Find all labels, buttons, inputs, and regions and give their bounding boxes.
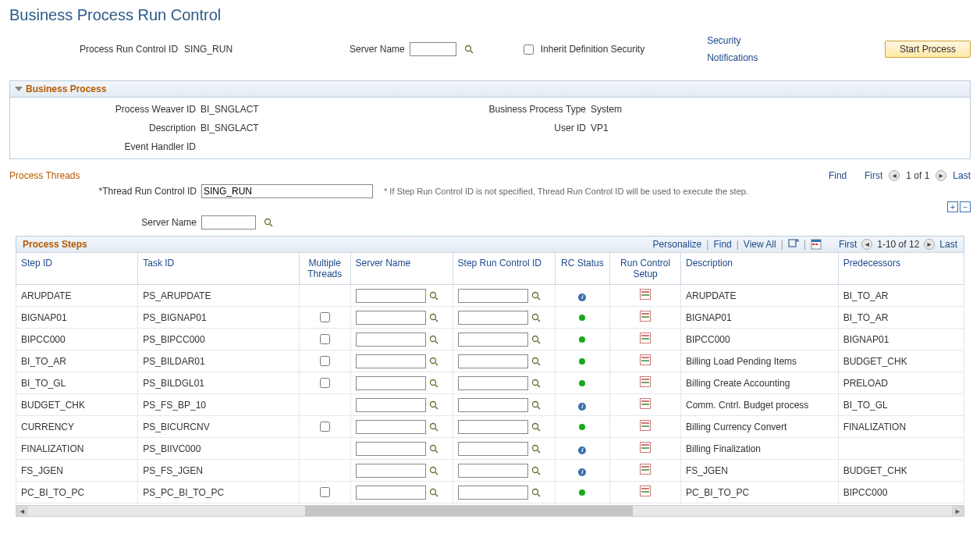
server-input[interactable]	[356, 311, 426, 325]
ok-status-icon[interactable]	[579, 336, 585, 343]
run-control-setup-icon[interactable]	[640, 442, 651, 453]
add-row-button[interactable]: +	[947, 201, 958, 212]
lookup-icon[interactable]	[429, 444, 439, 454]
step-rcid-input[interactable]	[458, 376, 528, 390]
run-control-setup-icon[interactable]	[640, 333, 651, 343]
run-control-setup-icon[interactable]	[640, 354, 651, 365]
lookup-icon[interactable]	[429, 291, 439, 301]
notifications-link[interactable]: Notifications	[707, 52, 758, 63]
server-input[interactable]	[356, 486, 426, 500]
step-rcid-input[interactable]	[458, 333, 528, 347]
scroll-thumb[interactable]	[305, 506, 633, 516]
server-input[interactable]	[356, 398, 426, 412]
ok-status-icon[interactable]	[579, 358, 585, 365]
info-status-icon[interactable]: i	[578, 468, 586, 476]
lookup-icon[interactable]	[429, 379, 439, 388]
lookup-icon[interactable]	[531, 422, 541, 432]
col-multiple-threads[interactable]: Multiple Threads	[299, 253, 350, 285]
info-status-icon[interactable]: i	[578, 446, 586, 454]
scroll-left-icon[interactable]: ◄	[16, 506, 28, 516]
server-input[interactable]	[356, 289, 426, 303]
run-control-setup-icon[interactable]	[640, 420, 651, 431]
lookup-icon[interactable]	[531, 400, 541, 410]
security-link[interactable]: Security	[707, 35, 758, 46]
step-rcid-input[interactable]	[458, 464, 528, 478]
server-input[interactable]	[356, 464, 426, 478]
col-description[interactable]: Description	[680, 253, 838, 285]
multiple-threads-checkbox[interactable]	[320, 312, 330, 322]
download-icon[interactable]	[811, 239, 822, 250]
info-status-icon[interactable]: i	[578, 403, 586, 411]
step-rcid-input[interactable]	[458, 442, 528, 456]
threads-prev-icon[interactable]: ◄	[889, 170, 900, 181]
col-step-rcid[interactable]: Step Run Control ID	[453, 253, 555, 285]
run-control-setup-icon[interactable]	[640, 486, 651, 496]
run-control-setup-icon[interactable]	[640, 289, 651, 300]
run-control-setup-icon[interactable]	[640, 464, 651, 475]
lookup-icon[interactable]	[429, 466, 439, 475]
lookup-icon[interactable]	[429, 313, 439, 322]
business-process-header[interactable]: Business Process	[10, 81, 970, 98]
delete-row-button[interactable]: −	[960, 201, 971, 212]
server-input[interactable]	[356, 376, 426, 390]
lookup-icon[interactable]	[531, 444, 541, 454]
run-control-setup-icon[interactable]	[640, 376, 651, 387]
col-task-id[interactable]: Task ID	[138, 253, 300, 285]
steps-find-link[interactable]: Find	[713, 239, 731, 250]
view-all-link[interactable]: View All	[744, 239, 776, 250]
scroll-right-icon[interactable]: ►	[952, 506, 964, 516]
lookup-icon[interactable]	[531, 313, 541, 322]
horizontal-scrollbar[interactable]: ◄ ►	[16, 505, 964, 517]
threads-first[interactable]: First	[865, 170, 882, 181]
lookup-icon[interactable]	[531, 357, 541, 366]
col-step-id[interactable]: Step ID	[16, 253, 138, 285]
multiple-threads-checkbox[interactable]	[320, 378, 330, 388]
lookup-icon[interactable]	[429, 488, 439, 497]
lookup-icon[interactable]	[264, 218, 273, 227]
ok-status-icon[interactable]	[579, 380, 585, 386]
lookup-icon[interactable]	[429, 357, 439, 366]
personalize-link[interactable]: Personalize	[653, 239, 702, 250]
lookup-icon[interactable]	[531, 488, 541, 497]
multiple-threads-checkbox[interactable]	[320, 487, 330, 497]
multiple-threads-checkbox[interactable]	[320, 356, 330, 366]
col-server-name[interactable]: Server Name	[350, 253, 453, 285]
steps-next-icon[interactable]: ►	[924, 239, 935, 250]
server-input[interactable]	[356, 333, 426, 347]
ok-status-icon[interactable]	[579, 315, 585, 321]
run-control-setup-icon[interactable]	[640, 398, 651, 409]
step-rcid-input[interactable]	[458, 289, 528, 303]
lookup-icon[interactable]	[531, 466, 541, 475]
lookup-icon[interactable]	[429, 335, 439, 344]
col-rc-setup[interactable]: Run Control Setup	[610, 253, 681, 285]
steps-prev-icon[interactable]: ◄	[861, 239, 872, 250]
server-input[interactable]	[356, 442, 426, 456]
step-rcid-input[interactable]	[458, 354, 528, 368]
step-rcid-input[interactable]	[458, 311, 528, 325]
steps-last[interactable]: Last	[939, 239, 957, 250]
lookup-icon[interactable]	[429, 422, 439, 432]
zoom-icon[interactable]	[788, 239, 799, 250]
run-control-setup-icon[interactable]	[640, 311, 651, 322]
thread-server-input[interactable]	[201, 215, 256, 229]
step-rcid-input[interactable]	[458, 420, 528, 434]
multiple-threads-checkbox[interactable]	[320, 422, 330, 432]
step-rcid-input[interactable]	[458, 486, 528, 500]
lookup-icon[interactable]	[464, 44, 474, 54]
lookup-icon[interactable]	[531, 379, 541, 388]
info-status-icon[interactable]: i	[578, 294, 586, 301]
lookup-icon[interactable]	[531, 335, 541, 344]
step-rcid-input[interactable]	[458, 398, 528, 412]
threads-last[interactable]: Last	[953, 170, 971, 181]
ok-status-icon[interactable]	[579, 489, 585, 496]
lookup-icon[interactable]	[429, 400, 439, 410]
inherit-security-checkbox[interactable]	[524, 44, 534, 55]
server-input[interactable]	[356, 420, 426, 434]
start-process-button[interactable]: Start Process	[885, 41, 971, 58]
multiple-threads-checkbox[interactable]	[320, 334, 330, 344]
thread-rcid-input[interactable]	[201, 184, 373, 198]
server-input[interactable]	[356, 354, 426, 368]
col-predecessors[interactable]: Predecessors	[838, 253, 964, 285]
steps-first[interactable]: First	[839, 239, 857, 250]
threads-find-link[interactable]: Find	[829, 170, 847, 181]
